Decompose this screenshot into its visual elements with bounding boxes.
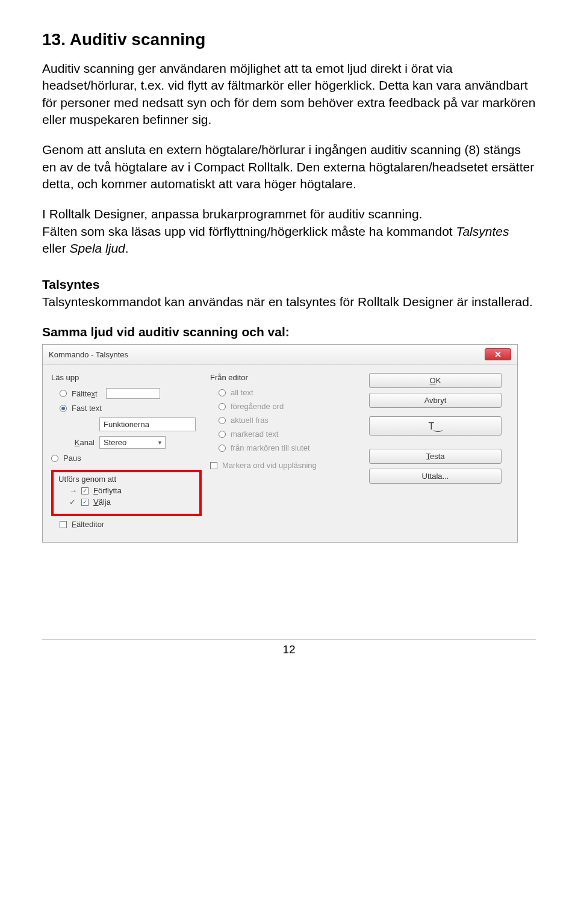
falttext-input[interactable] (106, 388, 160, 399)
group-label-lasupp: Läs upp (51, 373, 202, 382)
uttala-button[interactable]: Uttala... (369, 469, 502, 484)
las-upp-group: Läs upp Fälttext Fast text Funktionerna … (51, 373, 202, 531)
page-footer: 12 (42, 639, 536, 656)
checkbox-markeraord: Markera ord vid uppläsning (210, 461, 361, 470)
chevron-down-icon: ▼ (157, 440, 163, 446)
ok-button[interactable]: OK (369, 373, 502, 388)
close-icon[interactable] (485, 348, 511, 360)
group-label-franeditor: Från editor (210, 373, 361, 382)
utfors-highlight: Utförs genom att → ✓ Förflytta ✓ ✓ Välja (51, 470, 202, 516)
paragraph-2: Genom att ansluta en extern högtalare/hö… (42, 141, 536, 192)
samma-heading: Samma ljud vid auditiv scanning och val: (42, 324, 536, 340)
radio-aktuellfras: aktuell fras (219, 416, 361, 425)
radio-paus[interactable]: Paus (51, 454, 202, 463)
utfors-label: Utförs genom att (58, 475, 194, 484)
radio-falttext[interactable]: Fälttext (60, 388, 202, 399)
paragraph-1: Auditiv scanning ger användaren möjlighe… (42, 60, 536, 128)
dialog-title-text: Kommando - Talsyntes (49, 350, 128, 359)
dialog-titlebar: Kommando - Talsyntes (43, 345, 517, 365)
talsyntes-dialog: Kommando - Talsyntes Läs upp Fälttext Fa… (42, 344, 518, 543)
radio-markeradtext: markerad text (219, 430, 361, 439)
radio-franmarkoren: från markören till slutet (219, 443, 361, 452)
talsyntes-heading: Talsyntes (42, 277, 99, 291)
radio-fasttext[interactable]: Fast text (60, 404, 202, 413)
fasttext-input[interactable]: Funktionerna (99, 417, 196, 431)
checkbox-valja[interactable]: ✓ ✓ Välja (69, 497, 194, 507)
avbryt-button[interactable]: Avbryt (369, 393, 502, 408)
talsyntes-block: Talsyntes Talsynteskommandot kan använda… (42, 276, 536, 310)
section-heading: 13. Auditiv scanning (42, 30, 536, 49)
radio-alltext: all text (219, 388, 361, 397)
checkbox-falteditor[interactable]: Fälteditor (60, 520, 202, 529)
page-number: 12 (282, 643, 295, 656)
testa-button[interactable]: Testa (369, 449, 502, 464)
fran-editor-group: Från editor all text föregående ord aktu… (210, 373, 361, 531)
radio-foregaende: föregående ord (219, 402, 361, 411)
tts-icon[interactable]: T‿ (369, 416, 502, 436)
paragraph-3: I Rolltalk Designer, anpassa brukarprogr… (42, 206, 536, 257)
checkbox-forflytta[interactable]: → ✓ Förflytta (69, 486, 194, 495)
kanal-combo[interactable]: Stereo ▼ (99, 436, 166, 449)
